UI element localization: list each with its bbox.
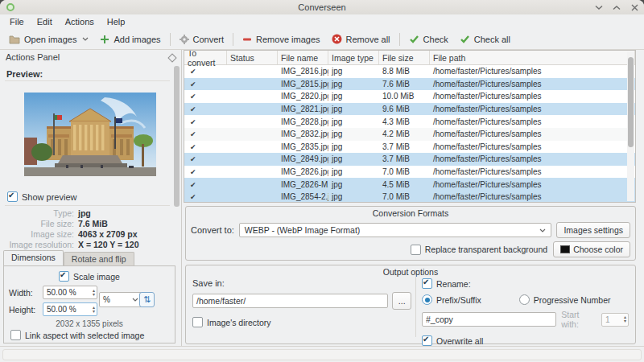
row-check-icon[interactable]: ✔ xyxy=(190,155,196,163)
table-row[interactable]: ✔IMG_2816.jpgjpg8.8 MiB/home/faster/Pict… xyxy=(184,65,635,78)
info-value: 4063 x 2709 px xyxy=(78,229,138,239)
open-images-button[interactable]: Open images xyxy=(3,32,94,47)
images-settings-button[interactable]: Images settings xyxy=(556,222,630,238)
float-panel-button[interactable] xyxy=(167,53,176,62)
row-check-icon[interactable]: ✔ xyxy=(190,93,196,101)
width-stepper[interactable]: 50.00 % ▴▾ xyxy=(43,286,97,299)
choose-color-label: Choose color xyxy=(573,245,623,254)
color-swatch xyxy=(560,245,570,253)
check-all-label: Check all xyxy=(474,35,510,44)
info-value: 7.6 MiB xyxy=(78,219,108,228)
check-icon xyxy=(409,35,419,43)
table-row[interactable]: ✔IMG_2849.jpgjpg3.7 MiB/home/faster/Pict… xyxy=(184,153,635,166)
row-check-icon[interactable]: ✔ xyxy=(190,168,196,176)
table-row[interactable]: ✔IMG_2835.jpgjpg3.7 MiB/home/faster/Pict… xyxy=(184,141,635,154)
table-row[interactable]: ✔IMG_2828.jpgjpg4.3 MiB/home/faster/Pict… xyxy=(184,115,635,128)
add-images-button[interactable]: Add images xyxy=(94,32,166,47)
start-with-stepper[interactable]: 1 ▴▾ xyxy=(601,313,629,327)
row-check-icon[interactable]: ✔ xyxy=(190,105,196,113)
output-options-group: Output options Save in: ... Image's dire… xyxy=(185,265,636,344)
tab-dimensions[interactable]: Dimensions xyxy=(3,250,64,265)
choose-color-button[interactable]: Choose color xyxy=(553,241,630,257)
stepper-arrows-icon[interactable]: ▴▾ xyxy=(93,286,95,298)
actions-panel-header: Actions Panel xyxy=(0,50,181,64)
tab-rotate-and-flip[interactable]: Rotate and flip xyxy=(64,252,134,265)
menu-file[interactable]: File xyxy=(3,15,31,28)
table-scrollbar-thumb[interactable] xyxy=(628,57,634,147)
column-header-to-convert[interactable]: To convert xyxy=(184,51,227,64)
row-check-icon[interactable]: ✔ xyxy=(190,68,196,76)
cell-file-size: 9.6 MiB xyxy=(379,105,430,113)
table-row[interactable]: ✔IMG_2826.jpgjpg7.0 MiB/home/faster/Pict… xyxy=(184,166,635,179)
table-row[interactable]: ✔IMG_2820.jpgjpg10.0 MiB/home/faster/Pic… xyxy=(184,90,635,103)
menu-actions[interactable]: Actions xyxy=(59,15,101,28)
width-label: Width: xyxy=(9,288,39,298)
height-stepper[interactable]: 50.00 % ▴▾ xyxy=(43,302,97,316)
rename-checkbox[interactable]: Rename: xyxy=(422,278,629,289)
dimensions-tab-panel: Scale image Width: 50.00 % ▴▾ Height: 50… xyxy=(3,265,175,343)
rename-pattern-input[interactable] xyxy=(422,312,556,327)
row-check-icon[interactable]: ✔ xyxy=(190,143,196,151)
panel-scrollbar[interactable] xyxy=(174,66,180,207)
table-row[interactable]: ✔IMG_2815.jpgjpg7.6 MiB/home/faster/Pict… xyxy=(184,78,635,91)
check-all-button[interactable]: Check all xyxy=(454,32,516,47)
convert-label: Convert xyxy=(193,35,225,44)
cell-file-name: IMG_2828.jpg xyxy=(278,117,328,126)
column-header-file-size[interactable]: File size xyxy=(379,51,430,64)
cell-image-type: jpg xyxy=(328,117,379,126)
close-button[interactable] xyxy=(630,2,639,12)
menu-edit[interactable]: Edit xyxy=(31,15,59,28)
cell-image-type: jpg xyxy=(328,105,379,113)
table-row[interactable]: ✔IMG_2821.jpgjpg9.6 MiB/home/faster/Pict… xyxy=(184,103,635,116)
row-check-icon[interactable]: ✔ xyxy=(190,118,196,126)
cell-file-name: IMG_2820.jpg xyxy=(278,92,328,101)
cell-file-size: 7.6 MiB xyxy=(379,80,430,88)
convert-button[interactable]: Convert xyxy=(174,32,230,47)
format-select[interactable]: WEBP - (WebP Image Format) xyxy=(239,223,552,237)
maximize-button[interactable] xyxy=(612,2,621,12)
progressive-number-label: Progressive Number xyxy=(534,295,611,305)
unit-select[interactable]: % xyxy=(99,292,142,307)
link-aspect-checkbox[interactable]: Link aspect with selected image xyxy=(10,330,144,340)
table-row[interactable]: ✔IMG_2832.jpgjpg4.2 MiB/home/faster/Pict… xyxy=(184,128,635,141)
column-header-status[interactable]: Status xyxy=(227,51,278,64)
start-with-value: 1 xyxy=(605,315,610,324)
checkbox-icon xyxy=(10,330,21,340)
column-header-image-type[interactable]: Image type xyxy=(328,51,379,64)
overwrite-all-checkbox[interactable]: Overwrite all xyxy=(422,335,629,346)
row-check-icon[interactable]: ✔ xyxy=(190,193,196,201)
replace-background-checkbox[interactable]: Replace transparent background xyxy=(411,245,547,255)
minimize-button[interactable] xyxy=(594,2,604,12)
stepper-arrows-icon[interactable]: ▴▾ xyxy=(93,303,95,315)
radio-icon xyxy=(519,294,530,305)
row-check-icon[interactable]: ✔ xyxy=(190,130,196,138)
show-preview-checkbox[interactable]: Show preview xyxy=(7,191,76,202)
checkbox-icon xyxy=(7,191,18,202)
table-row[interactable]: ✔IMG_2854-2.j...jpg7.0 MiB/home/faster/P… xyxy=(184,191,635,203)
titlebar[interactable]: Converseen xyxy=(0,0,644,14)
cell-to-convert: ✔ xyxy=(184,67,227,76)
cell-file-name: IMG_2826-M... xyxy=(278,180,328,189)
browse-button[interactable]: ... xyxy=(392,292,411,310)
column-header-file-name[interactable]: File name xyxy=(278,51,328,64)
image-info-list: Type:jpgFile size:7.6 MiBImage size:4063… xyxy=(0,208,169,249)
rename-label: Rename: xyxy=(436,279,471,289)
images-directory-checkbox[interactable]: Image's directory xyxy=(192,317,411,327)
table-scrollbar[interactable] xyxy=(627,51,634,201)
menu-help[interactable]: Help xyxy=(101,15,132,28)
column-header-file-path[interactable]: File path xyxy=(430,51,635,64)
info-label: Image size: xyxy=(0,229,74,239)
table-row[interactable]: ✔IMG_2826-M...jpg4.5 MiB/home/faster/Pic… xyxy=(184,178,635,191)
prefix-suffix-radio[interactable]: Prefix/Suffix xyxy=(422,294,481,305)
progressive-number-radio[interactable]: Progressive Number xyxy=(519,294,611,305)
row-check-icon[interactable]: ✔ xyxy=(190,181,196,189)
remove-images-button[interactable]: Remove images xyxy=(237,32,325,47)
info-label: Image resolution: xyxy=(0,240,74,249)
save-in-input[interactable] xyxy=(192,294,388,308)
swap-dimensions-button[interactable]: ⇅ xyxy=(139,292,155,307)
cell-file-size: 3.7 MiB xyxy=(379,142,430,151)
check-button[interactable]: Check xyxy=(403,32,454,47)
scale-image-checkbox[interactable]: Scale image xyxy=(4,271,175,282)
remove-all-button[interactable]: Remove all xyxy=(326,31,396,47)
row-check-icon[interactable]: ✔ xyxy=(190,80,196,88)
